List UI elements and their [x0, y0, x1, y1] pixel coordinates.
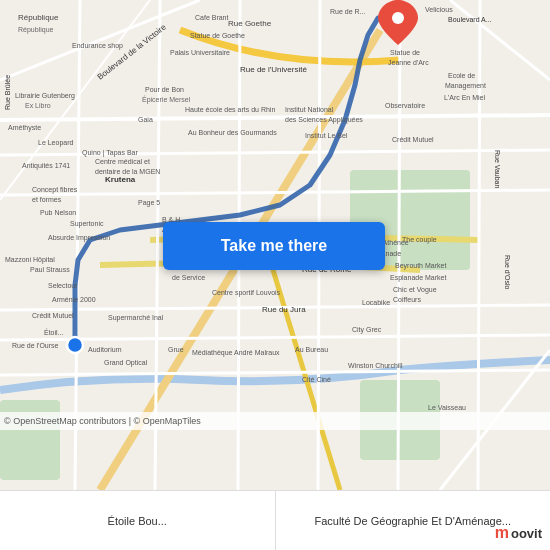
- svg-text:Jeanne d'Arc: Jeanne d'Arc: [388, 59, 429, 66]
- svg-text:Épicerie Mersel: Épicerie Mersel: [142, 95, 191, 104]
- svg-text:Auditorium: Auditorium: [88, 346, 122, 353]
- moovit-branding: m oovit: [495, 524, 542, 542]
- svg-text:Rue d'Oslo: Rue d'Oslo: [504, 255, 511, 290]
- svg-text:Statue de: Statue de: [390, 49, 420, 56]
- svg-text:et formes: et formes: [32, 196, 62, 203]
- svg-text:Management: Management: [445, 82, 486, 90]
- svg-text:Palais Universitaire: Palais Universitaire: [170, 49, 230, 56]
- moovit-logo-text: oovit: [511, 526, 542, 541]
- svg-text:Boulevard A...: Boulevard A...: [448, 16, 492, 23]
- svg-text:Coiffeurs: Coiffeurs: [393, 296, 421, 303]
- svg-text:Au Bonheur des Gourmands: Au Bonheur des Gourmands: [188, 129, 277, 136]
- svg-point-87: [392, 12, 404, 24]
- svg-text:Grand Optical: Grand Optical: [104, 359, 148, 367]
- svg-text:Centre médical et: Centre médical et: [95, 158, 150, 165]
- svg-text:Au Bureau: Au Bureau: [295, 346, 328, 353]
- svg-text:Quino | Tapas Bar: Quino | Tapas Bar: [82, 149, 138, 157]
- moovit-logo-icon: m: [495, 524, 509, 542]
- svg-text:Crédit Mutuel: Crédit Mutuel: [392, 136, 434, 143]
- svg-text:Arménie 2000: Arménie 2000: [52, 296, 96, 303]
- svg-text:République: République: [18, 13, 59, 22]
- svg-text:Ecole de: Ecole de: [448, 72, 475, 79]
- svg-text:de Service: de Service: [172, 274, 205, 281]
- svg-text:Rue Brûlée: Rue Brûlée: [4, 75, 11, 110]
- copyright-text: © OpenStreetMap contributors | © OpenMap…: [4, 416, 201, 426]
- svg-text:Rue Goethe: Rue Goethe: [228, 19, 272, 28]
- svg-text:Centre sportif Louvois: Centre sportif Louvois: [212, 289, 281, 297]
- svg-text:Mazzoni Hôpital: Mazzoni Hôpital: [5, 256, 55, 264]
- svg-point-86: [67, 337, 83, 353]
- svg-text:The couple: The couple: [402, 236, 437, 244]
- svg-text:Locabike: Locabike: [362, 299, 390, 306]
- svg-text:Supermarché Inal: Supermarché Inal: [108, 314, 164, 322]
- svg-text:Paul Strauss: Paul Strauss: [30, 266, 70, 273]
- svg-text:Rue du Jura: Rue du Jura: [262, 305, 306, 314]
- take-me-there-button[interactable]: Take me there: [163, 222, 385, 270]
- svg-text:Rue de R...: Rue de R...: [330, 8, 365, 15]
- svg-text:Améthyste: Améthyste: [8, 124, 41, 132]
- svg-text:Velicious: Velicious: [425, 6, 453, 13]
- svg-text:Antiquités 1741: Antiquités 1741: [22, 162, 70, 170]
- svg-text:Statue de Goethe: Statue de Goethe: [190, 32, 245, 39]
- svg-text:Selectour: Selectour: [48, 282, 78, 289]
- svg-text:Endurance shop: Endurance shop: [72, 42, 123, 50]
- svg-text:Institut Le Bel: Institut Le Bel: [305, 132, 348, 139]
- svg-text:Supertonic: Supertonic: [70, 220, 104, 228]
- svg-text:Ex Libro: Ex Libro: [25, 102, 51, 109]
- svg-text:Rue des Juifs: Rue des Juifs: [0, 107, 1, 150]
- svg-text:Rue de l'Université: Rue de l'Université: [240, 65, 307, 74]
- svg-text:City Grec: City Grec: [352, 326, 382, 334]
- svg-text:Concept fibres: Concept fibres: [32, 186, 78, 194]
- svg-text:République: République: [18, 26, 54, 34]
- origin-label: Étoile Bou...: [108, 515, 167, 527]
- origin-item[interactable]: Étoile Bou...: [0, 491, 276, 550]
- svg-text:Cité Ciné: Cité Ciné: [302, 376, 331, 383]
- main-container: République République Cafe Brant Rue Goe…: [0, 0, 550, 550]
- svg-text:Haute école des arts du Rhin: Haute école des arts du Rhin: [185, 106, 275, 113]
- svg-text:Librairie Gutenberg: Librairie Gutenberg: [15, 92, 75, 100]
- svg-text:Chic et Vogue: Chic et Vogue: [393, 286, 437, 294]
- svg-text:des Sciences Appliquées: des Sciences Appliquées: [285, 116, 363, 124]
- svg-text:Étoil...: Étoil...: [44, 328, 64, 336]
- svg-text:Grue: Grue: [168, 346, 184, 353]
- svg-text:Rue Vauban: Rue Vauban: [494, 150, 501, 189]
- destination-label: Faculté De Géographie Et D'Aménage...: [314, 515, 511, 527]
- svg-text:dentaire de la MGEN: dentaire de la MGEN: [95, 168, 160, 175]
- svg-text:Médiathèque André Malraux: Médiathèque André Malraux: [192, 349, 280, 357]
- svg-text:Cafe Brant: Cafe Brant: [195, 14, 229, 21]
- bottom-bar: Étoile Bou... Faculté De Géographie Et D…: [0, 490, 550, 550]
- svg-text:Krutena: Krutena: [105, 175, 136, 184]
- svg-text:Observatoire: Observatoire: [385, 102, 425, 109]
- svg-text:Pour de Bon: Pour de Bon: [145, 86, 184, 93]
- svg-text:Institut National: Institut National: [285, 106, 334, 113]
- svg-text:Le Vaisseau: Le Vaisseau: [428, 404, 466, 411]
- svg-text:Le Leopard: Le Leopard: [38, 139, 74, 147]
- svg-text:Page 5: Page 5: [138, 199, 160, 207]
- svg-text:Absurde Impression: Absurde Impression: [48, 234, 110, 242]
- svg-text:Winston Churchill: Winston Churchill: [348, 362, 403, 369]
- copyright-bar: © OpenStreetMap contributors | © OpenMap…: [0, 412, 550, 430]
- svg-text:Rue de l'Ourse: Rue de l'Ourse: [12, 342, 59, 349]
- svg-text:Esplanade Market: Esplanade Market: [390, 274, 446, 282]
- svg-text:Beyrouth Market: Beyrouth Market: [395, 262, 446, 270]
- svg-text:L'Arc En Miel: L'Arc En Miel: [444, 94, 485, 101]
- map-area: République République Cafe Brant Rue Goe…: [0, 0, 550, 490]
- svg-text:Gaia: Gaia: [138, 116, 153, 123]
- svg-text:Crédit Mutuel: Crédit Mutuel: [32, 312, 74, 319]
- svg-text:Pub Nelson: Pub Nelson: [40, 209, 76, 216]
